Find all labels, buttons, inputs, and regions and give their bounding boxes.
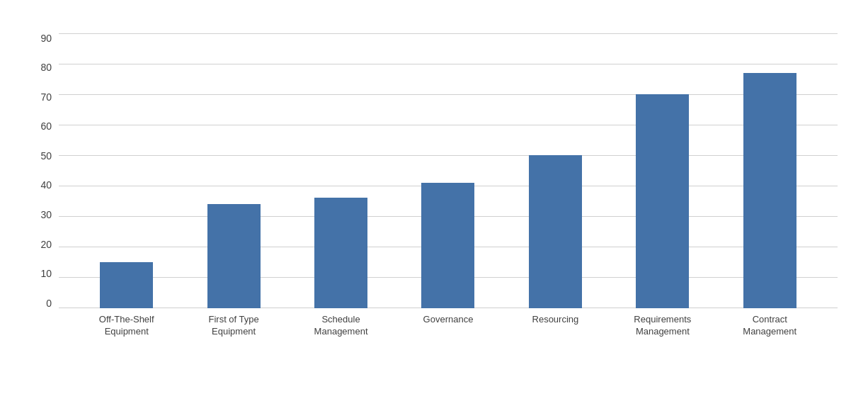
bar — [743, 73, 796, 308]
x-axis-label: Governance — [394, 314, 501, 338]
y-axis-label: 60 — [23, 121, 52, 131]
y-axis-label: 10 — [23, 269, 52, 278]
y-axis-label: 90 — [23, 33, 52, 43]
x-labels: Off-The-ShelfEquipmentFirst of TypeEquip… — [59, 308, 838, 338]
y-axis-label: 30 — [23, 210, 52, 220]
bar-group — [716, 33, 823, 308]
y-axis-label: 50 — [23, 151, 52, 161]
bar — [207, 204, 261, 308]
bar-group — [287, 33, 394, 308]
y-axis-label: 0 — [23, 298, 52, 308]
x-axis-label: ScheduleManagement — [287, 314, 394, 338]
bar-group — [394, 33, 501, 308]
bar — [636, 94, 689, 308]
y-axis-label: 80 — [23, 62, 52, 72]
x-axis-label: ContractManagement — [716, 314, 823, 338]
x-axis-label: Resourcing — [502, 314, 609, 338]
grid-and-bars: 0102030405060708090 — [59, 33, 838, 308]
y-axis-label: 20 — [23, 239, 52, 249]
x-axis-label: RequirementsManagement — [609, 314, 716, 338]
bar-group — [180, 33, 287, 308]
bar-group — [73, 33, 180, 308]
x-axis-label: Off-The-ShelfEquipment — [73, 314, 180, 338]
bars-row — [59, 33, 838, 308]
y-axis-label: 70 — [23, 92, 52, 102]
bar-group — [502, 33, 609, 308]
y-axis-label: 40 — [23, 180, 52, 190]
bar-group — [609, 33, 716, 308]
bar — [314, 198, 367, 308]
y-axis-labels: 0102030405060708090 — [23, 33, 52, 308]
chart-container: 0102030405060708090 Off-The-ShelfEquipme… — [16, 12, 852, 395]
x-axis-label: First of TypeEquipment — [180, 314, 287, 338]
chart-area: 0102030405060708090 Off-The-ShelfEquipme… — [59, 33, 838, 338]
bar — [100, 262, 153, 308]
bar — [529, 155, 582, 308]
bar — [421, 183, 474, 308]
